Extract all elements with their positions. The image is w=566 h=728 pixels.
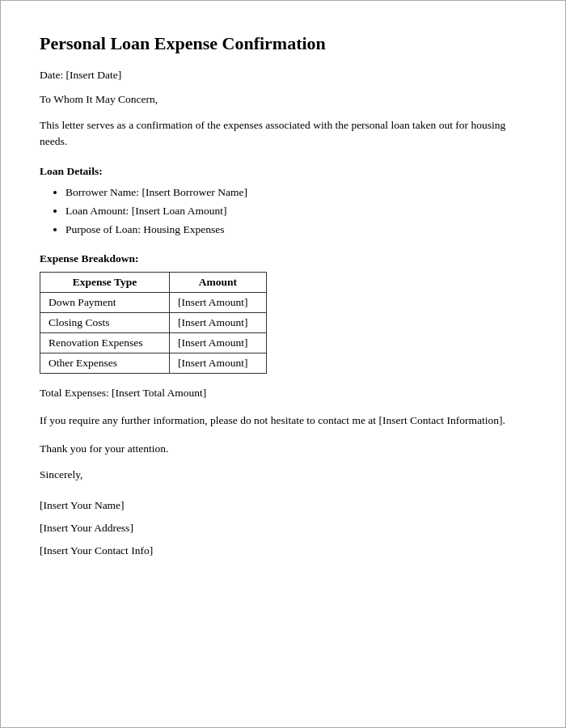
document-page: Personal Loan Expense Confirmation Date:… (0, 0, 566, 728)
expense-type-cell: Other Expenses (40, 353, 170, 374)
table-row: Other Expenses [Insert Amount] (40, 353, 267, 374)
sincerely-text: Sincerely, (40, 468, 526, 481)
loan-details-heading: Loan Details: (40, 165, 526, 178)
expense-breakdown-heading: Expense Breakdown: (40, 252, 526, 265)
table-row: Down Payment [Insert Amount] (40, 293, 267, 313)
signature-name: [Insert Your Name] (40, 499, 526, 512)
expense-type-cell: Closing Costs (40, 313, 170, 333)
document-intro: This letter serves as a confirmation of … (40, 117, 526, 150)
table-header-expense-type: Expense Type (40, 273, 170, 293)
document-date: Date: [Insert Date] (40, 69, 526, 82)
amount-cell: [Insert Amount] (170, 293, 267, 313)
expense-type-cell: Down Payment (40, 293, 170, 313)
amount-cell: [Insert Amount] (170, 353, 267, 374)
table-header-amount: Amount (170, 273, 267, 293)
loan-details-list: Borrower Name: [Insert Borrower Name] Lo… (40, 184, 526, 239)
document-salutation: To Whom It May Concern, (40, 93, 526, 106)
signature-address: [Insert Your Address] (40, 522, 526, 535)
table-row: Renovation Expenses [Insert Amount] (40, 333, 267, 353)
further-info: If you require any further information, … (40, 413, 526, 429)
total-expenses: Total Expenses: [Insert Total Amount] (40, 387, 526, 400)
table-row: Closing Costs [Insert Amount] (40, 313, 267, 333)
list-item: Borrower Name: [Insert Borrower Name] (65, 184, 526, 201)
expense-type-cell: Renovation Expenses (40, 333, 170, 353)
amount-cell: [Insert Amount] (170, 333, 267, 353)
thanks-text: Thank you for your attention. (40, 442, 526, 455)
list-item: Purpose of Loan: Housing Expenses (65, 222, 526, 238)
list-item: Loan Amount: [Insert Loan Amount] (65, 203, 526, 219)
document-title: Personal Loan Expense Confirmation (40, 33, 526, 54)
amount-cell: [Insert Amount] (170, 313, 267, 333)
signature-contact: [Insert Your Contact Info] (40, 544, 526, 557)
expense-table: Expense Type Amount Down Payment [Insert… (40, 272, 267, 374)
